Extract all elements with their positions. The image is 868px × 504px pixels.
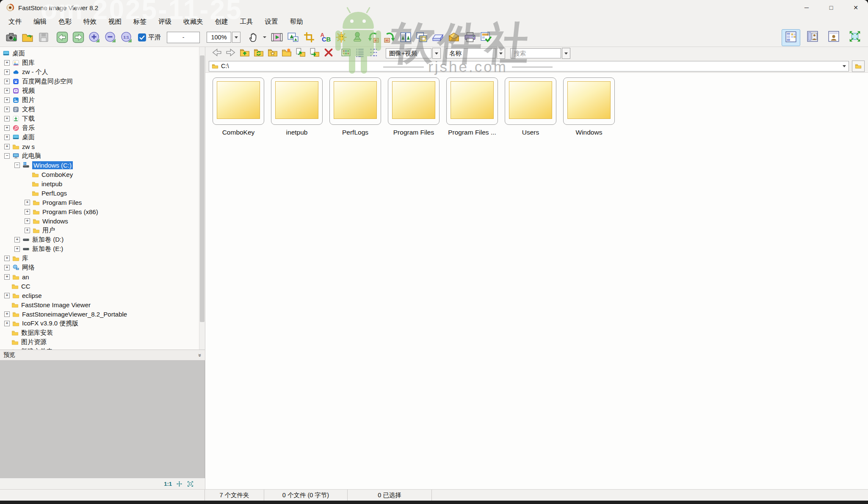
- expand-toggle-icon[interactable]: +: [4, 60, 10, 66]
- tree-item[interactable]: PerfLogs: [0, 188, 205, 198]
- expand-toggle-icon[interactable]: +: [4, 97, 10, 103]
- tree-item[interactable]: +an: [0, 272, 205, 281]
- menu-3[interactable]: 色彩: [53, 16, 77, 28]
- zoom-in-button[interactable]: [86, 29, 102, 45]
- adjust-colors-button[interactable]: ACB: [317, 29, 333, 45]
- expand-toggle-icon[interactable]: +: [25, 209, 30, 215]
- folder-favorites-button[interactable]: [265, 47, 279, 60]
- tree-item[interactable]: +Program Files (x86): [0, 207, 205, 216]
- tree-view-button[interactable]: [367, 47, 381, 60]
- menu-10[interactable]: 工具: [234, 16, 259, 28]
- expand-toggle-icon[interactable]: −: [4, 153, 10, 159]
- scrollbar-thumb[interactable]: [200, 55, 205, 322]
- print-button[interactable]: [462, 29, 478, 45]
- preview-frame-icon[interactable]: [187, 480, 194, 487]
- scanner-button[interactable]: [430, 29, 446, 45]
- tree-item[interactable]: −Windows (C:): [0, 160, 205, 170]
- expand-toggle-icon[interactable]: +: [4, 135, 10, 140]
- nav-prev-button[interactable]: [54, 29, 70, 45]
- tree-item[interactable]: ComboKey: [0, 170, 205, 179]
- expand-toggle-icon[interactable]: +: [25, 228, 30, 233]
- search-dropdown-button[interactable]: [562, 48, 570, 59]
- preview-fit-icon[interactable]: [176, 480, 183, 487]
- zoom-out-button[interactable]: [102, 29, 119, 45]
- folder-thumbnail[interactable]: [563, 77, 615, 125]
- sort-dropdown-button[interactable]: [497, 48, 505, 59]
- folder-thumbnail[interactable]: [329, 77, 381, 125]
- tree-item[interactable]: inetpub: [0, 179, 205, 188]
- tree-scrollbar[interactable]: [199, 47, 205, 350]
- expand-toggle-icon[interactable]: +: [4, 311, 10, 317]
- print-layout-button[interactable]: [478, 29, 494, 45]
- tree-item[interactable]: FastStone Image Viewer: [0, 300, 205, 309]
- expand-toggle-icon[interactable]: +: [4, 144, 10, 149]
- tree-item[interactable]: +文档: [0, 105, 205, 114]
- tree-item[interactable]: +用户: [0, 226, 205, 235]
- zoom-level-value[interactable]: 100%: [207, 32, 231, 43]
- tree-item[interactable]: +IcoFX v3.9.0 便携版: [0, 319, 205, 328]
- menu-6[interactable]: 标签: [127, 16, 152, 28]
- smooth-toggle[interactable]: 平滑: [138, 33, 161, 41]
- open-folder-button[interactable]: [19, 29, 36, 45]
- expand-toggle-icon[interactable]: +: [4, 125, 10, 131]
- tree-item[interactable]: 新建文件夹: [0, 347, 205, 350]
- tree-item[interactable]: +百度网盘同步空间: [0, 77, 205, 86]
- address-dropdown-icon[interactable]: [843, 65, 846, 67]
- tree-item[interactable]: +库: [0, 253, 205, 263]
- filter-dropdown-button[interactable]: [432, 48, 441, 59]
- tree-item[interactable]: 数据库安装: [0, 328, 205, 337]
- menu-5[interactable]: 视图: [102, 16, 127, 28]
- folder-thumbnail[interactable]: [388, 77, 440, 125]
- tree-item[interactable]: +zw s: [0, 142, 205, 151]
- move-to-button[interactable]: [307, 47, 321, 60]
- folder-thumbnail[interactable]: [213, 77, 264, 125]
- expand-toggle-icon[interactable]: +: [4, 69, 10, 75]
- tree-item[interactable]: +音乐: [0, 123, 205, 132]
- expand-toggle-icon[interactable]: +: [4, 293, 10, 298]
- zoom-actual-button[interactable]: 1:1: [119, 29, 135, 45]
- tree-item[interactable]: +下载: [0, 114, 205, 123]
- folder-item[interactable]: Program Files ...: [446, 77, 498, 136]
- expand-toggle-icon[interactable]: +: [25, 200, 30, 205]
- folder-item[interactable]: Windows: [563, 77, 615, 136]
- tree-item[interactable]: 桌面: [0, 49, 205, 58]
- back-button[interactable]: [210, 47, 224, 60]
- clone-stamp-button[interactable]: [349, 29, 365, 45]
- expand-toggle-icon[interactable]: +: [4, 265, 10, 270]
- tree-item[interactable]: +新加卷 (E:): [0, 244, 205, 253]
- view-browser-button[interactable]: [782, 29, 800, 46]
- tree-item[interactable]: +图库: [0, 58, 205, 67]
- folder-item[interactable]: PerfLogs: [329, 77, 381, 136]
- folder-refresh-button[interactable]: [252, 47, 265, 60]
- tree-item[interactable]: +新加卷 (D:): [0, 235, 205, 244]
- minimize-button[interactable]: ─: [794, 0, 819, 15]
- menu-9[interactable]: 创建: [209, 16, 234, 28]
- folder-thumbnail[interactable]: [505, 77, 556, 125]
- menu-1[interactable]: 文件: [3, 16, 28, 28]
- folder-item[interactable]: inetpub: [271, 77, 323, 136]
- expand-toggle-icon[interactable]: −: [14, 162, 20, 168]
- view-full-button[interactable]: [825, 29, 843, 45]
- folder-new-button[interactable]: [279, 47, 293, 60]
- thumbs-view-button[interactable]: [339, 47, 353, 60]
- expand-toggle-icon[interactable]: +: [4, 274, 10, 280]
- slideshow-button[interactable]: [269, 29, 285, 45]
- tree-item[interactable]: +Windows: [0, 216, 205, 226]
- hand-tool-button[interactable]: [246, 29, 262, 45]
- search-input[interactable]: [510, 48, 561, 58]
- maximize-button[interactable]: □: [819, 0, 843, 15]
- expand-toggle-icon[interactable]: +: [25, 218, 30, 224]
- crop-button[interactable]: [301, 29, 317, 45]
- expand-toggle-icon[interactable]: +: [4, 88, 10, 94]
- save-button[interactable]: [36, 29, 52, 45]
- compare-button[interactable]: [398, 29, 414, 45]
- forward-button[interactable]: [224, 47, 238, 60]
- expand-toggle-icon[interactable]: +: [4, 321, 10, 326]
- delete-button[interactable]: [321, 47, 335, 60]
- menu-2[interactable]: 编辑: [28, 16, 53, 28]
- expand-toggle-icon[interactable]: +: [4, 107, 10, 112]
- tree-item[interactable]: +桌面: [0, 132, 205, 142]
- tree-item[interactable]: +视频: [0, 86, 205, 95]
- folder-up-button[interactable]: [238, 47, 252, 60]
- filter-value[interactable]: 图像+视频: [386, 48, 431, 58]
